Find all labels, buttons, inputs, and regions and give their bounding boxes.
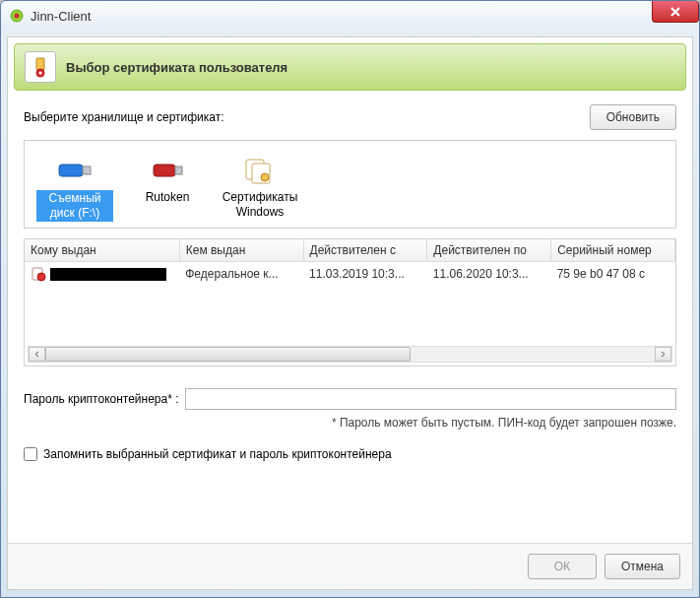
cancel-button[interactable]: Отмена bbox=[605, 554, 680, 579]
storage-item-removable[interactable]: Съемный диск (F:\) bbox=[34, 149, 115, 220]
cell-issued-to bbox=[25, 262, 179, 287]
usb-red-icon bbox=[129, 153, 206, 188]
usb-blue-icon bbox=[36, 153, 113, 188]
password-hint: * Пароль может быть пустым. ПИН-код буде… bbox=[24, 416, 676, 430]
svg-rect-2 bbox=[36, 58, 44, 70]
cell-issued-by: Федеральное к... bbox=[179, 262, 303, 287]
chevron-left-icon bbox=[33, 351, 40, 358]
cell-valid-from: 11.03.2019 10:3... bbox=[303, 262, 427, 287]
scroll-thumb[interactable] bbox=[45, 347, 411, 362]
certificate-table: Кому выдан Кем выдан Действителен с Дейс… bbox=[24, 238, 676, 366]
storage-item-rutoken[interactable]: Rutoken bbox=[127, 149, 208, 220]
window-title: Jinn-Client bbox=[31, 9, 91, 24]
password-input[interactable] bbox=[185, 388, 676, 410]
remember-checkbox[interactable] bbox=[24, 447, 37, 461]
ok-button[interactable]: ОК bbox=[528, 554, 597, 579]
col-valid-from[interactable]: Действителен с bbox=[303, 239, 427, 262]
banner-icon bbox=[25, 51, 56, 83]
scroll-track[interactable] bbox=[45, 347, 655, 362]
scroll-left-button[interactable] bbox=[29, 347, 45, 362]
redacted-name bbox=[50, 268, 166, 281]
col-serial[interactable]: Серийный номер bbox=[551, 239, 675, 262]
refresh-button[interactable]: Обновить bbox=[590, 104, 676, 130]
main: Выберите хранилище и сертификат: Обновит… bbox=[8, 104, 692, 461]
col-issued-to[interactable]: Кому выдан bbox=[25, 239, 179, 262]
svg-rect-7 bbox=[154, 165, 175, 176]
chevron-right-icon bbox=[660, 351, 667, 358]
svg-point-13 bbox=[37, 273, 45, 281]
close-button[interactable] bbox=[652, 1, 699, 23]
remember-label: Запомнить выбранный сертификат и пароль … bbox=[43, 447, 392, 461]
storage-item-windows[interactable]: Сертификаты Windows bbox=[220, 149, 300, 220]
banner-title: Выбор сертификата пользователя bbox=[66, 60, 287, 75]
cell-serial: 75 9e b0 47 08 c bbox=[551, 262, 675, 287]
col-issued-by[interactable]: Кем выдан bbox=[179, 239, 303, 262]
password-label: Пароль криптоконтейнера* : bbox=[24, 392, 179, 406]
svg-point-4 bbox=[39, 72, 42, 75]
col-valid-to[interactable]: Действителен по bbox=[427, 239, 551, 262]
cell-valid-to: 11.06.2020 10:3... bbox=[427, 262, 551, 287]
svg-point-1 bbox=[15, 14, 20, 19]
titlebar: Jinn-Client bbox=[1, 1, 699, 31]
window: Jinn-Client Выбор сертификата пользовате… bbox=[0, 0, 700, 598]
storage-panel: Съемный диск (F:\) Rutoken Сертификаты W… bbox=[24, 140, 676, 229]
svg-rect-5 bbox=[59, 165, 83, 176]
table-header-row: Кому выдан Кем выдан Действителен с Дейс… bbox=[25, 239, 675, 262]
app-icon bbox=[9, 8, 25, 24]
svg-point-11 bbox=[261, 173, 269, 181]
footer: ОК Отмена bbox=[8, 543, 692, 589]
scroll-right-button[interactable] bbox=[655, 347, 671, 362]
client-area: Выбор сертификата пользователя Выберите … bbox=[7, 36, 693, 590]
banner: Выбор сертификата пользователя bbox=[14, 43, 686, 91]
storage-item-label: Сертификаты Windows bbox=[222, 190, 298, 220]
password-row: Пароль криптоконтейнера* : bbox=[24, 388, 676, 410]
svg-rect-6 bbox=[83, 166, 91, 174]
horizontal-scrollbar[interactable] bbox=[28, 346, 672, 363]
storage-item-label: Rutoken bbox=[129, 190, 206, 205]
storage-item-label: Съемный диск (F:\) bbox=[36, 190, 113, 222]
certificate-icon bbox=[31, 266, 46, 282]
table-row[interactable]: Федеральное к... 11.03.2019 10:3... 11.0… bbox=[25, 262, 675, 287]
certificates-icon bbox=[222, 153, 298, 188]
close-icon bbox=[669, 7, 681, 17]
storage-label: Выберите хранилище и сертификат: bbox=[24, 110, 224, 124]
remember-row: Запомнить выбранный сертификат и пароль … bbox=[24, 447, 676, 461]
svg-rect-8 bbox=[175, 166, 182, 174]
